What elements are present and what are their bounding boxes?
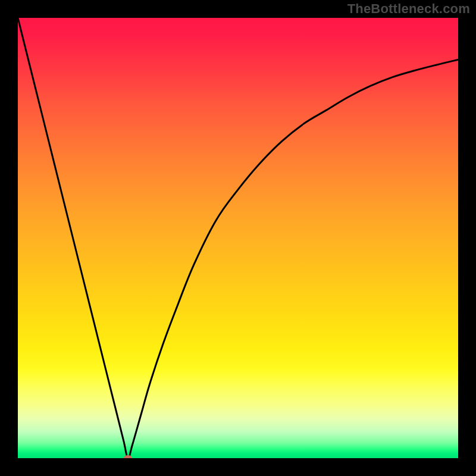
- plot-area: [18, 18, 458, 458]
- curve-layer: [18, 18, 458, 458]
- chart-frame: TheBottleneck.com: [0, 0, 476, 476]
- watermark-text: TheBottleneck.com: [347, 1, 470, 17]
- bottleneck-curve: [18, 18, 458, 458]
